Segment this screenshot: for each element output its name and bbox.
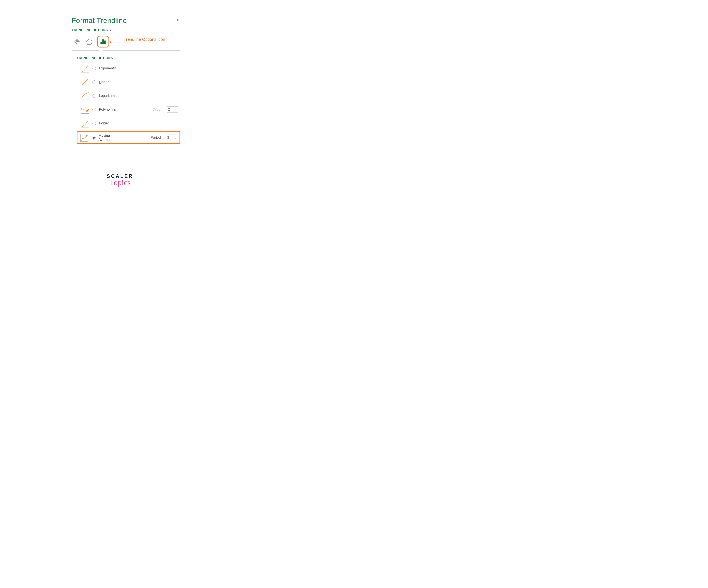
polynomial-curve-icon bbox=[80, 105, 90, 114]
trendline-type-options: Exponential Linear Logarithmic bbox=[79, 62, 180, 144]
svg-marker-7 bbox=[109, 41, 111, 43]
pentagon-icon bbox=[86, 38, 93, 45]
scaler-topics-logo: SCALER Topics bbox=[107, 173, 134, 187]
option-logarithmic[interactable]: Logarithmic bbox=[79, 90, 180, 101]
svg-rect-4 bbox=[102, 39, 104, 44]
annotation-arrow bbox=[109, 41, 127, 43]
option-label: Polynomial bbox=[99, 108, 116, 112]
moving-average-curve-icon bbox=[80, 133, 89, 143]
svg-point-33 bbox=[87, 110, 88, 111]
power-curve-icon bbox=[80, 119, 90, 128]
period-value[interactable]: 3 bbox=[166, 135, 173, 141]
svg-rect-3 bbox=[100, 42, 102, 45]
svg-line-21 bbox=[82, 79, 88, 85]
tab-divider bbox=[71, 51, 180, 53]
option-exponential[interactable]: Exponential bbox=[79, 62, 180, 74]
option-label: MovingAverage bbox=[98, 134, 112, 142]
pane-header: Format Trendline ▼ bbox=[71, 16, 180, 25]
svg-point-45 bbox=[86, 135, 87, 136]
period-spinner[interactable]: 3 ▲▼ bbox=[166, 135, 177, 141]
trendline-options-tab[interactable] bbox=[97, 36, 109, 48]
section-label: TRENDLINE OPTIONS bbox=[71, 28, 108, 32]
option-polynomial[interactable]: Polynomial Order 2 ▲▼ bbox=[79, 104, 180, 115]
order-label: Order bbox=[153, 108, 161, 112]
spinner-arrows[interactable]: ▲▼ bbox=[173, 135, 177, 141]
radio-exponential[interactable] bbox=[92, 67, 96, 70]
radio-power[interactable] bbox=[92, 122, 96, 125]
option-label: Power bbox=[99, 121, 109, 125]
section-label-row[interactable]: TRENDLINE OPTIONS ▼ bbox=[71, 28, 180, 32]
period-label: Period bbox=[151, 136, 161, 140]
radio-logarithmic[interactable] bbox=[92, 94, 96, 98]
format-trendline-pane: Format Trendline ▼ TRENDLINE OPTIONS ▼ T… bbox=[68, 14, 184, 160]
svg-point-31 bbox=[84, 112, 84, 112]
task-pane-options-caret[interactable]: ▼ bbox=[176, 18, 179, 22]
logarithmic-curve-icon bbox=[80, 91, 90, 100]
linear-curve-icon bbox=[80, 77, 90, 87]
option-label: Exponential bbox=[99, 66, 117, 70]
spinner-arrows[interactable]: ▲▼ bbox=[174, 107, 178, 113]
effects-tab[interactable] bbox=[85, 37, 94, 46]
option-label: Logarithmic bbox=[99, 94, 117, 98]
chevron-down-icon: ▼ bbox=[109, 29, 112, 32]
fill-and-line-tab[interactable] bbox=[73, 37, 82, 46]
format-category-tabs bbox=[71, 36, 180, 48]
radio-linear[interactable] bbox=[92, 80, 96, 84]
svg-point-32 bbox=[86, 108, 86, 108]
option-power[interactable]: Power bbox=[79, 117, 180, 129]
option-label: Linear bbox=[99, 80, 109, 84]
order-value[interactable]: 2 bbox=[167, 107, 174, 113]
radio-polynomial[interactable] bbox=[92, 108, 96, 112]
paint-bucket-icon bbox=[73, 38, 81, 46]
group-heading: TRENDLINE OPTIONS bbox=[77, 56, 180, 60]
option-linear[interactable]: Linear bbox=[79, 76, 180, 88]
svg-point-30 bbox=[82, 109, 83, 109]
order-spinner[interactable]: 2 ▲▼ bbox=[167, 107, 178, 113]
exponential-curve-icon bbox=[80, 63, 90, 73]
svg-marker-0 bbox=[86, 39, 92, 45]
logo-line-topics: Topics bbox=[107, 178, 134, 187]
bar-chart-icon bbox=[99, 38, 107, 46]
pane-title: Format Trendline bbox=[71, 17, 127, 25]
svg-rect-5 bbox=[104, 40, 106, 45]
option-moving-average[interactable]: MovingAverage Period 3 ▲▼ bbox=[77, 131, 180, 144]
radio-moving-average[interactable] bbox=[92, 136, 96, 140]
